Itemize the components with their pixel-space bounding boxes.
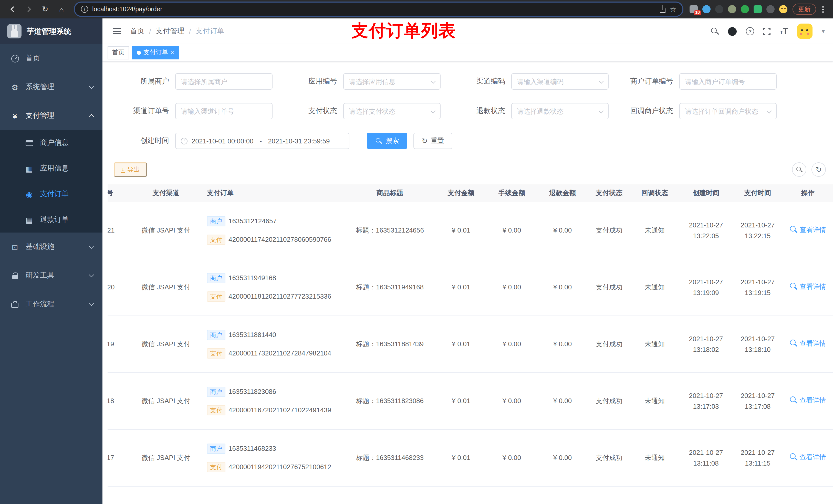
order-id: 118: [108, 397, 114, 405]
breadcrumb-current: 支付订单: [196, 27, 224, 36]
user-menu-caret-icon[interactable]: ▾: [822, 28, 825, 35]
channel-order-no-input[interactable]: [175, 103, 272, 119]
sidebar-item-label: 商户信息: [40, 138, 69, 147]
sidebar-item-pay-order[interactable]: ◉ 支付订单: [0, 181, 102, 207]
help-icon[interactable]: ?: [746, 27, 754, 35]
clock-icon: [181, 138, 188, 144]
browser-reload-button[interactable]: ↻: [38, 2, 52, 16]
site-info-icon[interactable]: i: [81, 6, 88, 13]
order-notify: 未通知: [630, 429, 679, 486]
extension-green-circle-icon[interactable]: [741, 5, 749, 13]
order-notify: 未通知: [630, 315, 679, 373]
search-icon[interactable]: [711, 27, 719, 35]
extension-drop-icon[interactable]: [703, 5, 711, 13]
view-detail-link[interactable]: 查看详情: [790, 396, 826, 405]
pay-tag: 支付: [207, 234, 225, 245]
close-icon[interactable]: ×: [171, 49, 174, 55]
sidebar-item-home[interactable]: 首页: [0, 44, 102, 73]
search-button[interactable]: 搜索: [367, 133, 407, 149]
avatar[interactable]: [797, 24, 812, 39]
active-dot-icon: [137, 50, 141, 54]
sidebar-item-payment[interactable]: ¥ 支付管理: [0, 101, 102, 130]
sidebar-item-dev-tools[interactable]: 研发工具: [0, 261, 102, 290]
browser-menu-icon[interactable]: [822, 8, 824, 10]
extension-dark-icon[interactable]: [715, 5, 723, 13]
breadcrumb-payment[interactable]: 支付管理: [156, 27, 185, 36]
extension-grid-icon[interactable]: 10: [690, 5, 698, 13]
view-detail-link[interactable]: 查看详情: [790, 453, 826, 462]
order-channel: 微信 JSAPI 支付: [129, 315, 203, 373]
sidebar-item-app-info[interactable]: ▦ 应用信息: [0, 156, 102, 181]
channel-order-no: 4200001194202110276752100612: [229, 463, 331, 471]
bookmark-star-icon[interactable]: ☆: [670, 5, 676, 13]
merchant-tag: 商户: [207, 330, 225, 340]
refund-status-select[interactable]: [511, 103, 609, 119]
view-detail-link[interactable]: 查看详情: [790, 282, 826, 291]
font-size-icon[interactable]: TT: [780, 27, 788, 35]
breadcrumb-home[interactable]: 首页: [130, 27, 144, 36]
app-select[interactable]: [343, 73, 441, 90]
sidebar-item-label: 工作流程: [26, 299, 54, 309]
sidebar-item-refund-order[interactable]: ▤ 退款订单: [0, 207, 102, 233]
table-row: 121 微信 JSAPI 支付 商户1635312124657 支付420000…: [108, 202, 833, 259]
field-label: 商户订单编号: [618, 77, 679, 86]
merchant-tag: 商户: [207, 386, 225, 397]
export-button[interactable]: ↓ 导出: [114, 162, 147, 177]
browser-forward-button[interactable]: [22, 2, 36, 16]
order-refund: ¥ 0.00: [537, 373, 588, 429]
col-action: 操作: [783, 184, 833, 202]
breadcrumb-separator: /: [149, 27, 151, 35]
sidebar-item-merchant-info[interactable]: 商户信息: [0, 130, 102, 156]
tab-home[interactable]: 首页: [108, 46, 129, 59]
extension-gray-icon[interactable]: [728, 5, 736, 13]
browser-update-button[interactable]: 更新: [792, 4, 816, 15]
view-detail-link[interactable]: 查看详情: [790, 225, 826, 235]
order-channel: 微信 JSAPI 支付: [129, 259, 203, 315]
order-status: 支付成功: [588, 373, 630, 429]
sidebar-item-workflow[interactable]: 工作流程: [0, 290, 102, 318]
sidebar-item-label: 基础设施: [26, 242, 54, 251]
chevron-down-icon: [89, 243, 94, 249]
extension-green-square-icon[interactable]: [754, 5, 762, 13]
share-icon[interactable]: [660, 8, 666, 13]
breadcrumb-separator: /: [189, 27, 191, 35]
app-logo[interactable]: 芋道管理系统: [0, 19, 102, 44]
logo-image: [7, 24, 22, 39]
hamburger-icon[interactable]: [113, 31, 121, 32]
col-title: 商品标题: [344, 184, 435, 202]
refresh-table-button[interactable]: ↻: [811, 162, 826, 177]
browser-home-button[interactable]: ⌂: [54, 2, 69, 16]
extension-smiley-icon[interactable]: [779, 5, 787, 13]
sidebar-item-infrastructure[interactable]: ⊡ 基础设施: [0, 233, 102, 261]
extension-puzzle-icon[interactable]: [766, 5, 775, 13]
channel-code-select[interactable]: [511, 73, 609, 90]
order-channel: 微信 JSAPI 支付: [129, 429, 203, 486]
url-text[interactable]: localhost:1024/pay/order: [92, 6, 656, 13]
filter-pay-status: 支付状态: [282, 103, 441, 119]
browser-back-button[interactable]: [5, 2, 20, 16]
github-icon[interactable]: [728, 27, 737, 35]
address-bar[interactable]: i localhost:1024/pay/order ☆: [75, 3, 682, 16]
filter-channel-code: 渠道编码: [450, 73, 609, 90]
pay-status-select[interactable]: [343, 103, 441, 119]
notify-status-select[interactable]: [679, 103, 777, 119]
date-end-value[interactable]: 2021-10-31 23:59:59: [268, 137, 330, 145]
order-create-time: 2021-10-27 13:22:05: [685, 219, 728, 241]
date-range-picker[interactable]: 2021-10-01 00:00:00 - 2021-10-31 23:59:5…: [175, 133, 349, 149]
tab-pay-order[interactable]: 支付订单 ×: [132, 46, 179, 59]
toggle-search-button[interactable]: [792, 162, 806, 177]
gear-icon: ⚙: [10, 83, 20, 91]
view-detail-link[interactable]: 查看详情: [790, 339, 826, 348]
channel-order-no: 4200001174202110278060590766: [229, 236, 331, 243]
order-pay-time: 2021-10-27 13:17:08: [736, 390, 779, 411]
order-id: 121: [108, 226, 115, 234]
date-start-value[interactable]: 2021-10-01 00:00:00: [192, 137, 253, 145]
reset-button[interactable]: ↻ 重置: [413, 133, 452, 149]
merchant-select[interactable]: [175, 73, 272, 90]
merchant-tag: 商户: [207, 443, 225, 454]
fullscreen-icon[interactable]: [763, 28, 770, 35]
filter-channel-order-no: 渠道订单号: [114, 103, 272, 119]
merchant-order-no-input[interactable]: [679, 73, 777, 90]
merchant-order-no: 1635312124657: [229, 217, 277, 225]
sidebar-item-system[interactable]: ⚙ 系统管理: [0, 73, 102, 101]
